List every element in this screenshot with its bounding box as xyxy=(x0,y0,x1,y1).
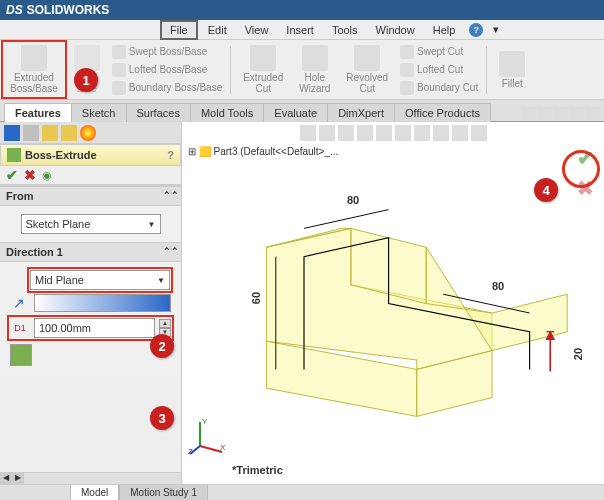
app-logo: DS xyxy=(6,3,23,17)
collapse-icon[interactable]: ⌃⌃ xyxy=(163,246,175,258)
hole-wizard-button[interactable]: Hole Wizard xyxy=(293,43,336,96)
view-orientation-icon[interactable] xyxy=(376,125,392,141)
collapse-icon[interactable]: ⌃⌃ xyxy=(163,190,175,202)
boundary-cut-button[interactable]: Boundary Cut xyxy=(398,80,480,96)
swept-boss-button[interactable]: Swept Boss/Base xyxy=(110,44,224,60)
menu-window[interactable]: Window xyxy=(368,22,423,38)
view-settings-icon[interactable] xyxy=(471,125,487,141)
tab-icon[interactable] xyxy=(538,107,552,121)
hide-show-icon[interactable] xyxy=(414,125,430,141)
dimxpert-manager-icon[interactable] xyxy=(61,125,77,141)
extruded-boss-label: Extruded Boss/Base xyxy=(10,72,58,94)
scroll-left-icon[interactable]: ◀ xyxy=(0,473,12,485)
lofted-boss-button[interactable]: Lofted Boss/Base xyxy=(110,62,224,78)
model-render: 80 80 60 20 xyxy=(202,172,594,454)
revolved-cut-button[interactable]: Revolved Cut xyxy=(340,43,394,96)
tab-icon[interactable] xyxy=(554,107,568,121)
dimension-80b[interactable]: 80 xyxy=(492,280,504,292)
end-condition-select[interactable]: Mid Plane ▼ xyxy=(30,270,170,290)
feature-manager-icon[interactable] xyxy=(4,125,20,141)
chevron-down-icon: ▼ xyxy=(148,220,156,229)
direction-row: ↗ xyxy=(10,294,171,312)
dimension-20[interactable]: 20 xyxy=(572,348,584,360)
callout-3: 3 xyxy=(150,406,174,430)
boundary-cut-icon xyxy=(400,81,414,95)
main-area: Boss-Extrude ? ✔ ✖ ◉ From ⌃⌃ Sketch Plan… xyxy=(0,122,604,484)
tab-surfaces[interactable]: Surfaces xyxy=(126,103,191,122)
feature-title-bar: Boss-Extrude ? xyxy=(0,144,181,166)
dimension-60[interactable]: 60 xyxy=(250,292,262,304)
spinner-up-icon[interactable]: ▲ xyxy=(159,319,171,328)
tab-sketch[interactable]: Sketch xyxy=(71,103,127,122)
display-manager-icon[interactable] xyxy=(80,125,96,141)
menu-tools[interactable]: Tools xyxy=(324,22,366,38)
menu-edit[interactable]: Edit xyxy=(200,22,235,38)
help-question-icon[interactable]: ? xyxy=(167,149,174,161)
config-manager-icon[interactable] xyxy=(42,125,58,141)
viewport-toolbar xyxy=(182,122,604,144)
tab-dimxpert[interactable]: DimXpert xyxy=(327,103,395,122)
panel-tab-icons xyxy=(0,122,181,144)
tab-control-icons xyxy=(522,107,604,121)
from-value: Sketch Plane xyxy=(26,218,91,230)
svg-text:Y: Y xyxy=(202,417,208,426)
direction1-header[interactable]: Direction 1 ⌃⌃ xyxy=(0,242,181,262)
display-style-icon[interactable] xyxy=(395,125,411,141)
menu-file[interactable]: File xyxy=(160,20,198,40)
cut-small-group: Swept Cut Lofted Cut Boundary Cut xyxy=(398,44,480,96)
distance-input[interactable]: 100.00mm xyxy=(34,318,155,338)
lofted-cut-button[interactable]: Lofted Cut xyxy=(398,62,480,78)
dimension-80a[interactable]: 80 xyxy=(347,194,359,206)
detail-preview-icon[interactable]: ◉ xyxy=(42,169,52,182)
tab-features[interactable]: Features xyxy=(4,103,72,122)
distance-icon: D1 xyxy=(10,320,30,336)
tab-close-icon[interactable] xyxy=(586,107,600,121)
tab-icon[interactable] xyxy=(522,107,536,121)
scroll-right-icon[interactable]: ▶ xyxy=(12,473,24,485)
help-icon[interactable]: ? xyxy=(469,23,483,37)
doc-tab-model[interactable]: Model xyxy=(70,485,119,500)
menu-view[interactable]: View xyxy=(237,22,277,38)
from-header[interactable]: From ⌃⌃ xyxy=(0,186,181,206)
extruded-cut-button[interactable]: Extruded Cut xyxy=(237,43,289,96)
tab-mold-tools[interactable]: Mold Tools xyxy=(190,103,264,122)
revolved-cut-label: Revolved Cut xyxy=(346,72,388,94)
menu-insert[interactable]: Insert xyxy=(278,22,322,38)
from-select[interactable]: Sketch Plane ▼ xyxy=(21,214,161,234)
confirm-row: ✔ ✖ ◉ xyxy=(0,166,181,186)
revolved-cut-icon xyxy=(354,45,380,71)
menu-dropdown-icon[interactable]: ▾ xyxy=(485,21,507,38)
distance-row: D1 100.00mm ▲ ▼ xyxy=(10,318,171,338)
flyout-tree[interactable]: ⊞ 🟨 Part3 (Default<<Default>_... xyxy=(182,144,604,159)
zoom-fit-icon[interactable] xyxy=(300,125,316,141)
edit-appearance-icon[interactable] xyxy=(433,125,449,141)
property-manager-icon[interactable] xyxy=(23,125,39,141)
callout-2: 2 xyxy=(150,334,174,358)
ok-check-icon[interactable]: ✔ xyxy=(6,167,18,183)
apply-scene-icon[interactable] xyxy=(452,125,468,141)
previous-view-icon[interactable] xyxy=(338,125,354,141)
callout-4-circle xyxy=(562,150,600,188)
view-orientation-label: *Trimetric xyxy=(232,464,283,476)
tab-office-products[interactable]: Office Products xyxy=(394,103,491,122)
reverse-direction-icon[interactable]: ↗ xyxy=(10,294,28,312)
view-triad[interactable]: Y X Z xyxy=(188,416,228,456)
cancel-x-icon[interactable]: ✖ xyxy=(24,167,36,183)
fillet-button[interactable]: Fillet xyxy=(493,49,531,91)
tab-evaluate[interactable]: Evaluate xyxy=(263,103,328,122)
separator xyxy=(486,46,487,94)
direction-color-box[interactable] xyxy=(34,294,171,312)
callout-4: 4 xyxy=(534,178,558,202)
swept-cut-button[interactable]: Swept Cut xyxy=(398,44,480,60)
viewport[interactable]: ⊞ 🟨 Part3 (Default<<Default>_... ✔ ✖ 4 xyxy=(182,122,604,484)
draft-button[interactable] xyxy=(10,344,32,366)
boundary-boss-icon xyxy=(112,81,126,95)
extruded-boss-button[interactable]: Extruded Boss/Base xyxy=(4,43,64,96)
menu-help[interactable]: Help xyxy=(425,22,464,38)
document-tabs: Model Motion Study 1 xyxy=(0,484,604,500)
boundary-boss-button[interactable]: Boundary Boss/Base xyxy=(110,80,224,96)
section-view-icon[interactable] xyxy=(357,125,373,141)
zoom-area-icon[interactable] xyxy=(319,125,335,141)
doc-tab-motion[interactable]: Motion Study 1 xyxy=(119,485,208,500)
tab-icon[interactable] xyxy=(570,107,584,121)
